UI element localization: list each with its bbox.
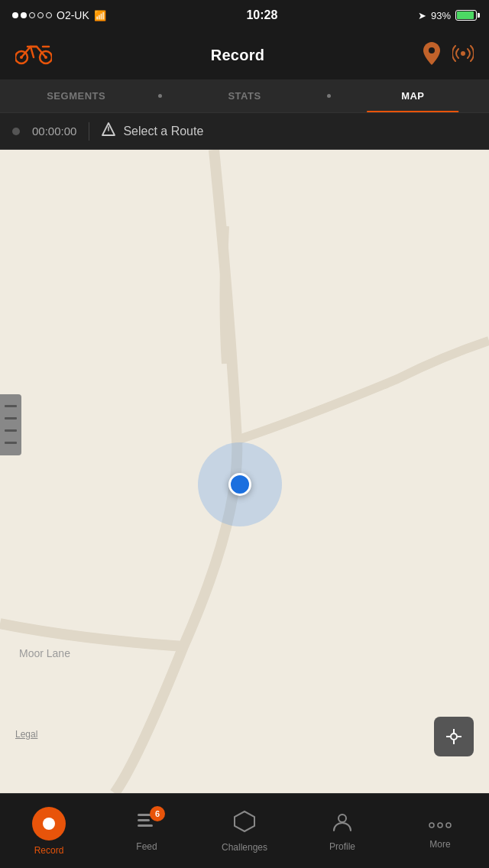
crosshair-icon: [445, 727, 463, 746]
svg-rect-15: [138, 819, 150, 821]
bottom-tab-challenges[interactable]: Challenges: [196, 794, 293, 868]
control-line-3: [5, 429, 17, 432]
svg-marker-17: [235, 811, 254, 831]
signal-dot-1: [12, 12, 18, 18]
bottom-tab-bar: Record 6 Feed Challenges P: [0, 793, 489, 868]
bottom-tab-feed[interactable]: 6 Feed: [98, 794, 196, 868]
status-time: 10:28: [246, 8, 277, 22]
battery-percent: 93%: [431, 10, 451, 21]
location-dot: [228, 473, 251, 496]
signal-dot-3: [29, 12, 35, 18]
locate-button[interactable]: [434, 717, 474, 756]
bottom-tab-record[interactable]: Record: [0, 794, 98, 868]
street-label: Moor Lane: [19, 647, 70, 659]
map-area[interactable]: Moor Lane Legal: [0, 150, 489, 793]
tab-segments[interactable]: SEGMENTS: [0, 79, 152, 112]
bike-icon: [15, 40, 52, 70]
more-icon: [429, 813, 452, 834]
svg-point-5: [461, 51, 465, 56]
record-icon: [32, 807, 66, 840]
control-line-1: [5, 405, 17, 407]
control-line-2: [5, 417, 17, 419]
bottom-tab-profile[interactable]: Profile: [293, 794, 391, 868]
feed-icon: 6: [136, 811, 157, 837]
svg-point-18: [338, 815, 346, 822]
feed-label: Feed: [136, 841, 157, 852]
battery-icon: [455, 10, 477, 21]
carrier-label: O2-UK: [57, 9, 89, 21]
broadcast-icon[interactable]: [452, 45, 474, 65]
location-arrow-icon: ➤: [418, 10, 426, 21]
legal-link[interactable]: Legal: [15, 729, 37, 740]
status-bar: O2-UK 📶 10:28 ➤ 93%: [0, 0, 489, 31]
signal-dot-4: [37, 12, 44, 18]
wifi-icon: 📶: [94, 10, 106, 21]
signal-dot-2: [21, 12, 27, 18]
tab-map[interactable]: MAP: [337, 79, 489, 112]
svg-rect-16: [138, 824, 153, 827]
sub-header-divider: [89, 122, 89, 141]
svg-point-20: [438, 823, 442, 828]
record-label: Record: [34, 845, 64, 856]
more-label: More: [429, 839, 450, 850]
map-zoom-control[interactable]: [0, 394, 21, 455]
timer-display: 00:00:00: [32, 125, 76, 138]
profile-label: Profile: [329, 841, 355, 852]
route-select-button[interactable]: Select a Route: [102, 122, 203, 141]
status-right: ➤ 93%: [418, 10, 477, 21]
status-left: O2-UK 📶: [12, 9, 106, 21]
pin-icon[interactable]: [423, 42, 440, 68]
route-label: Select a Route: [123, 125, 203, 138]
svg-point-19: [429, 823, 434, 828]
route-icon: [102, 122, 115, 141]
tab-stats[interactable]: STATS: [168, 79, 320, 112]
header-icons: [423, 42, 474, 68]
challenges-label: Challenges: [222, 842, 267, 853]
sub-header: 00:00:00 Select a Route: [0, 113, 489, 150]
header: Record: [0, 31, 489, 79]
tab-divider-1: [158, 94, 162, 98]
tab-bar: SEGMENTS STATS MAP: [0, 79, 489, 113]
timer-indicator: [12, 128, 20, 135]
battery-fill: [457, 11, 474, 19]
svg-point-21: [446, 823, 451, 828]
tab-divider-2: [327, 94, 331, 98]
svg-point-8: [451, 734, 457, 740]
profile-icon: [332, 811, 353, 837]
header-title: Record: [211, 47, 265, 64]
svg-point-13: [43, 818, 55, 830]
challenges-icon: [233, 810, 256, 837]
control-line-4: [5, 442, 17, 444]
signal-dot-5: [46, 12, 52, 18]
signal-dots: [12, 12, 52, 18]
bottom-tab-more[interactable]: More: [391, 794, 489, 868]
svg-point-4: [429, 47, 435, 53]
feed-badge: 6: [150, 806, 165, 821]
